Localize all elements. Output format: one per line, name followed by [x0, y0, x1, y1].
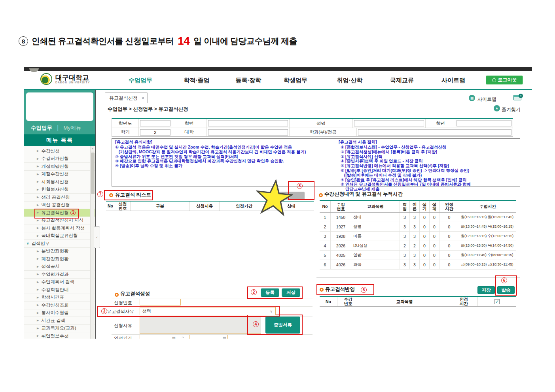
sidebar-item-12[interactable]: ∨검색업무 [24, 240, 96, 248]
create-save-button[interactable]: 저장 [282, 288, 300, 297]
cell-3-1: 2026 [331, 241, 351, 250]
column-header-7: 인정 시간 [439, 201, 459, 212]
select-all-checkbox[interactable]: ✓ [494, 299, 500, 304]
cell-1-4: 3 [410, 222, 420, 231]
cell-4-5: 0 [420, 251, 430, 260]
absence-reason-select[interactable]: 선택 ∨ [140, 307, 276, 315]
sidebar-item-21[interactable]: ▶봉사이수열람 [24, 309, 96, 317]
sidebar-item-1[interactable]: ▶수강허가신청 [24, 155, 96, 163]
sidebar-tab-work[interactable]: 수업업무 [31, 124, 52, 132]
student-no-input[interactable] [208, 120, 288, 126]
nav-item-2[interactable]: 등록·장학 [236, 77, 261, 84]
sidebar-item-14[interactable]: ▶폐강강좌현황 [24, 255, 96, 263]
cell-5-0: 6 [320, 260, 331, 269]
university-logo[interactable]: 대구대학교 DAEGU UNIVERSITY [40, 73, 90, 85]
nav-item-6[interactable]: 사이트맵 [441, 77, 465, 84]
sitemap-icon[interactable]: ▦ [469, 95, 475, 101]
star-highlight-icon [254, 176, 295, 218]
column-header-checkbox: ✓ [478, 297, 516, 306]
sidebar-tab-my-menu[interactable]: My메뉴 [63, 124, 81, 132]
apply-no-input[interactable] [140, 299, 181, 305]
semester-cell [139, 128, 172, 136]
sidebar-item-7[interactable]: ▶백신 공결신청 [24, 202, 96, 209]
sidebar-item-23[interactable]: ▶교과목개요(교과) [24, 325, 96, 333]
year-input[interactable] [140, 120, 170, 126]
year-label: 학년도 [112, 119, 139, 128]
create-section-bullet-icon [115, 293, 119, 297]
sidebar-item-13[interactable]: ▶분반강좌현황 [24, 248, 96, 256]
annotation-6: 6 [501, 277, 507, 283]
send-button[interactable]: 발송 [497, 286, 515, 294]
period-start-input[interactable]: ▦ [140, 335, 177, 339]
nav-item-1[interactable]: 학적·졸업 [184, 77, 210, 84]
sitemap-label[interactable]: 사이트맵 [477, 96, 496, 103]
sidebar-item-19[interactable]: ▶학생시간표 [24, 294, 96, 302]
sidebar-item-4[interactable]: ▶사회봉사신청 [24, 178, 96, 186]
college-input[interactable] [208, 129, 288, 136]
sidebar-item-15[interactable]: ▶성적공시 [24, 263, 96, 271]
favorite-label[interactable]: 즐겨찾기 [502, 106, 521, 113]
nav-item-5[interactable]: 국제교류 [390, 77, 414, 84]
table-row-1: 21927생명33000화(13:30~14:45) 목(15:00~16:15… [320, 222, 516, 232]
arrow-right-icon: ▶ [37, 250, 39, 253]
table-row-5: 64026과학33000금(09:00~10:15) 금(10:30~11:45… [320, 260, 516, 270]
tab-close-icon[interactable]: × [142, 96, 144, 100]
apply-save-button[interactable]: 저장 [477, 286, 495, 294]
sidebar-item-label: 수강신청 [41, 148, 59, 154]
nav-item-3[interactable]: 학생업무 [284, 77, 307, 84]
arrow-right-icon: ▶ [37, 219, 39, 222]
arrow-right-icon: ▶ [37, 257, 39, 260]
student-info-form: 학년도 학번 성명 학년 학기 대학 학과(부)/전공 [112, 118, 513, 137]
sidebar-item-16[interactable]: ▶수업평가결과 [24, 271, 96, 279]
register-button[interactable]: 등록 [261, 288, 279, 297]
sidebar-item-5[interactable]: ▶헌혈봉사신청 [24, 186, 96, 194]
nav-item-4[interactable]: 취업·산학 [337, 77, 363, 84]
favorite-star-icon[interactable]: ★ [494, 105, 500, 111]
annotation-3: 3 [101, 308, 107, 314]
name-input[interactable] [354, 120, 424, 126]
sidebar-item-11[interactable]: ▶국내학점교류신청 [24, 232, 96, 240]
sidebar-item-3[interactable]: ▶계절수강신청 [24, 171, 96, 179]
arrow-right-icon: ▶ [37, 288, 39, 291]
period-end-input[interactable]: ▦ [189, 335, 228, 339]
sidebar-item-18[interactable]: ▶수강학점안내 [24, 286, 96, 294]
calendar-icon[interactable]: ▦ [223, 336, 226, 339]
sidebar-item-2[interactable]: ▶계절희망신청 [24, 163, 96, 171]
semester-input[interactable] [140, 129, 170, 136]
cell-5-6: 0 [430, 260, 439, 269]
university-emblem-icon [40, 73, 52, 85]
close-all-windows-icon[interactable]: × [513, 95, 521, 100]
column-header-1: 신청 번호 [115, 202, 131, 211]
cell-5-7: 0 [439, 260, 459, 269]
logout-button[interactable]: 로그아웃 [486, 75, 523, 85]
cell-0-6: 0 [430, 213, 439, 222]
chevron-expanded-icon: ∨ [27, 241, 29, 245]
cell-4-6: 0 [430, 251, 439, 260]
major-input[interactable] [358, 129, 511, 136]
chevron-down-icon: ∨ [270, 309, 273, 313]
sidebar-item-20[interactable]: ▶수강신청조회 [24, 302, 96, 309]
cell-4-2: 일반 [351, 251, 400, 260]
cell-2-8: 월(12:00~13:15) 수(12:00~13:15) [459, 232, 516, 241]
scroll-up-icon[interactable]: ∧ [91, 146, 95, 151]
cell-5-4: 3 [410, 260, 420, 269]
close-badge-icon: × [519, 94, 523, 98]
sidebar-item-24[interactable]: ▶취업정보추천 [24, 332, 96, 339]
calendar-icon[interactable]: ▦ [172, 336, 176, 339]
grade-input[interactable] [457, 120, 511, 126]
logo-title: 대구대학교 [55, 74, 90, 81]
scrollbar-thumb[interactable] [91, 153, 95, 194]
nav-item-0[interactable]: 수업업무 [129, 77, 152, 84]
sidebar-item-22[interactable]: ▶시간표 검색 [24, 317, 96, 325]
evidence-button[interactable]: 증빙서류 [265, 317, 300, 334]
sidebar-item-6[interactable]: ▶생리 공결신청 [24, 194, 96, 202]
sidebar-collapse-handle[interactable]: ‹ [94, 226, 100, 248]
sidebar-item-0[interactable]: ▶수강신청 [24, 147, 96, 155]
tab-absence-application[interactable]: 유고결석신청 × [105, 92, 148, 103]
apply-reason-textarea[interactable] [140, 317, 261, 334]
sidebar-item-10[interactable]: ▶봉사 활동계획서 작성 [24, 224, 96, 232]
sidebar-item-17[interactable]: ▶수업계획서 검색 [24, 279, 96, 286]
cell-0-4: 3 [410, 213, 420, 222]
sidebar-item-label: 생리 공결신청 [41, 194, 70, 200]
arrow-right-icon: ▶ [37, 319, 39, 322]
